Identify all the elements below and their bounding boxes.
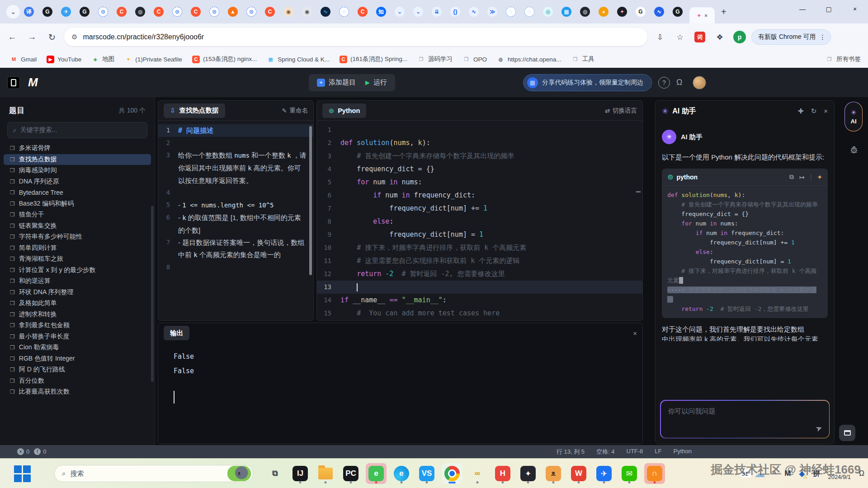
encoding[interactable]: UTF-8 [627, 448, 643, 456]
ai-code-content[interactable]: def solution(nums, k): # 首先创建一个字典来存储每个数字… [662, 186, 828, 318]
bookmark-item[interactable]: MGmail [10, 56, 37, 63]
maximize-button[interactable]: ▢ [816, 0, 842, 18]
sidebar-item-problem[interactable]: ❒最小替换子串长度 [4, 331, 151, 343]
sidebar-item-problem[interactable]: ❒和的逆运算 [4, 276, 151, 287]
pinned-tab[interactable]: ◌ [524, 6, 535, 17]
minimize-button[interactable]: — [789, 0, 816, 18]
taskbar-app-gold-knot-app[interactable]: ∞ [467, 463, 488, 484]
bookmark-item[interactable]: ❒源码学习 [417, 55, 453, 63]
sidebar-item-problem[interactable]: ❒多米诺骨牌 [4, 143, 151, 154]
sidebar-scrollbar[interactable] [151, 206, 154, 382]
pinned-tab[interactable]: C [264, 6, 275, 17]
reload-icon[interactable]: ↻ [44, 29, 60, 45]
start-button[interactable] [14, 465, 31, 482]
pinned-tab[interactable]: {} [450, 6, 461, 17]
browser-menu-icon[interactable]: ⋮ [820, 33, 826, 41]
taskbar-app-huawei-store[interactable]: H [492, 463, 513, 484]
help-icon[interactable]: ? [658, 77, 670, 89]
sidebar-item-problem[interactable]: ❒字符串有多少种可能性 [4, 231, 151, 243]
pinned-tab[interactable]: ▲ [227, 6, 238, 17]
warning-count[interactable]: ! 0 [34, 448, 46, 455]
sidebar-item-problem[interactable]: ❒拿到最多红包金额 [4, 320, 151, 331]
taskbar-app-blue-bird-app[interactable]: ✈ [594, 463, 614, 484]
bookmark-star-icon[interactable]: ☆ [673, 30, 687, 44]
taskbar-app-file-explorer[interactable] [315, 463, 336, 484]
security-shield-icon[interactable]: ◆⚠ [799, 469, 805, 479]
close-tab-icon[interactable]: × [704, 12, 708, 19]
active-tab[interactable]: ✦ × [689, 7, 715, 23]
sidebar-item-problem[interactable]: ❒简单四则计算 [4, 243, 151, 254]
switch-language-button[interactable]: ⇄ 切换语言 [605, 107, 637, 115]
close-output-icon[interactable]: × [633, 329, 637, 337]
pinned-tab[interactable]: ✈ [61, 6, 71, 17]
taskbar-app-intellij-idea[interactable]: IJ [290, 463, 311, 484]
bookmark-item[interactable]: ❒OPO [462, 56, 487, 63]
sidebar-item-problem[interactable]: ❒环状 DNA 序列整理 [4, 287, 151, 298]
sidebar-item-problem[interactable]: ❒病毒感染时间 [4, 165, 151, 176]
sidebar-item-problem[interactable]: ❒Bytedance Tree [4, 187, 151, 198]
language-mode[interactable]: Python [674, 448, 692, 456]
close-window-button[interactable]: × [842, 0, 868, 18]
sidebar-item-problem[interactable]: ❒查找热点数据 [4, 154, 151, 165]
pinned-tab[interactable]: ◉ [283, 6, 294, 17]
error-count[interactable]: × 0 [17, 448, 29, 455]
taskbar-app-edge[interactable]: e [391, 463, 412, 484]
rename-button[interactable]: ✎ 重命名 [282, 107, 308, 115]
sidebar-item-problem[interactable]: ❒RGB 色值转 Integer [4, 353, 151, 365]
share-banner[interactable]: ▤ 分享代码练习体验，领限量定制周边 [523, 74, 652, 91]
problem-scrollbar[interactable] [309, 126, 312, 275]
debug-bug-icon[interactable] [849, 145, 859, 156]
new-chat-icon[interactable]: ✚ [798, 107, 804, 115]
pinned-tab[interactable]: ∿ [320, 6, 331, 17]
run-button[interactable]: ▶ 运行 [357, 74, 395, 91]
chrome-update-chip[interactable]: 有新版 Chrome 可用 ⋮ [751, 29, 831, 45]
sidebar-item-problem[interactable]: ❒百分位数 [4, 375, 151, 387]
pinned-tab[interactable]: ▦ [561, 6, 572, 17]
pinned-tab[interactable]: ≫ [487, 6, 498, 17]
pinned-tab[interactable]: 知 [376, 6, 387, 17]
search-input[interactable]: ⌕ 关键字搜索... [7, 122, 147, 138]
eol-type[interactable]: LF [655, 448, 661, 456]
sidebar-item-problem[interactable]: ❒及格如此简单 [4, 298, 151, 309]
history-icon[interactable]: ↻ [811, 107, 817, 115]
collapse-panel-button[interactable] [839, 425, 855, 441]
send-icon[interactable]: ➤ [814, 422, 824, 434]
taskbar-app-green-e-browser[interactable]: e [366, 463, 387, 484]
notification-bell-icon[interactable]: Ω [859, 469, 864, 478]
pinned-tab[interactable]: C [190, 6, 201, 17]
pinned-tab[interactable]: ◉ [302, 6, 312, 17]
sidebar-item-problem[interactable]: ❒链表聚集交换 [4, 221, 151, 232]
taskbar-app-dog-app[interactable]: ᴥ [543, 463, 564, 484]
clock-date[interactable]: 2024/9/1 [828, 466, 851, 481]
sidebar-item-problem[interactable]: ❒猫鱼分干 [4, 209, 151, 221]
tray-m-icon[interactable]: M [784, 469, 791, 478]
notification-bell-icon[interactable]: Ω [676, 78, 682, 87]
pinned-tab[interactable]: G [42, 6, 53, 17]
pinned-tab[interactable]: G [635, 6, 646, 17]
sidebar-item-problem[interactable]: ❒比赛最高获胜次数 [4, 386, 151, 398]
pinned-tab[interactable]: ∿ [468, 6, 479, 17]
taskbar-app-openvpn[interactable]: ∩ [644, 463, 665, 484]
address-bar[interactable]: ⚙ marscode.cn/practice/r328eny6jooo6r [64, 28, 647, 46]
pinned-tab[interactable]: C [357, 6, 368, 17]
indentation[interactable]: 空格: 4 [596, 448, 614, 456]
pinned-tab[interactable]: ⊙ [172, 6, 183, 17]
tab-search-chevron-icon[interactable]: ⌄ [6, 5, 20, 19]
output-tab[interactable]: 输出 [164, 326, 189, 340]
ime-indicator[interactable]: 拼 [813, 469, 820, 478]
taskbar-search[interactable]: ⌕ 搜索 ᴥ [54, 465, 253, 482]
copy-code-icon[interactable]: ⧉ [789, 173, 794, 181]
pinned-tab[interactable]: 译 [24, 6, 34, 17]
bulb-icon[interactable]: ✦ [817, 174, 822, 181]
insert-code-icon[interactable]: ↦ [799, 174, 805, 181]
ai-rail-button[interactable]: ✳ AI [844, 102, 863, 131]
extensions-puzzle-icon[interactable]: ❖ [712, 30, 727, 44]
sidebar-item-problem[interactable]: ❒计算位置 x 到 y 的最少步数 [4, 265, 151, 276]
editor-scroll-marker[interactable] [636, 191, 641, 192]
taskbar-app-task-view[interactable]: ⧉ [264, 463, 285, 484]
pinned-tab[interactable]: ◕ [598, 6, 609, 17]
user-avatar[interactable] [693, 76, 706, 89]
bookmark-item[interactable]: ▦Spring Cloud & K... [267, 56, 330, 63]
pinned-tab[interactable]: C [153, 6, 164, 17]
taskbar-app-wechat[interactable]: ✉ [619, 463, 640, 484]
